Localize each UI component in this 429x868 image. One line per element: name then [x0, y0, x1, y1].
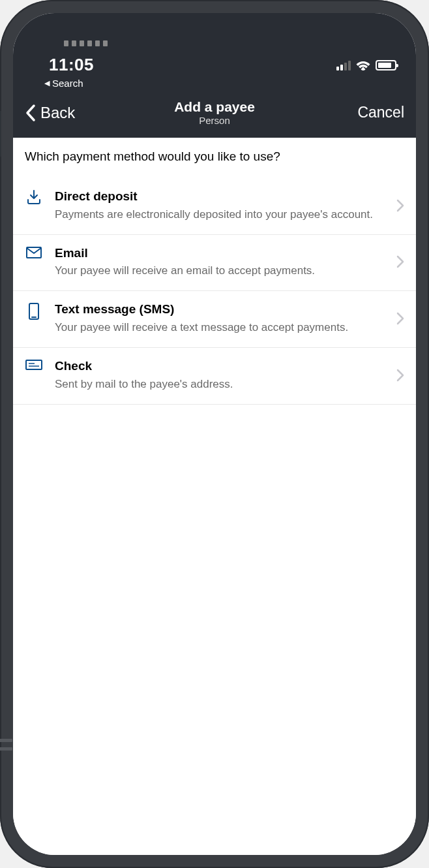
- option-email[interactable]: Email Your payee will receive an email t…: [13, 235, 416, 292]
- check-icon: [25, 358, 43, 370]
- breadcrumb-label: Search: [52, 78, 83, 89]
- breadcrumb-arrow-icon: ◀: [44, 79, 50, 87]
- frame-decoration: [0, 739, 12, 751]
- page-title: Add a payee: [96, 99, 333, 115]
- status-time: 11:05: [33, 55, 94, 75]
- back-label: Back: [40, 104, 75, 122]
- speaker-grille: [64, 40, 108, 46]
- option-description: Sent by mail to the payee's address.: [55, 377, 385, 392]
- option-text: Email Your payee will receive an email t…: [55, 245, 385, 279]
- option-description: Payments are electronically deposited in…: [55, 208, 385, 223]
- battery-icon: [376, 60, 396, 70]
- content: Which payment method would you like to u…: [13, 138, 416, 855]
- chevron-right-icon: [396, 312, 404, 325]
- option-text: Check Sent by mail to the payee's addres…: [55, 358, 385, 392]
- status-bar: 11:05: [13, 50, 416, 76]
- chevron-right-icon: [396, 369, 404, 382]
- prompt-text: Which payment method would you like to u…: [13, 149, 416, 178]
- option-title: Email: [55, 245, 385, 264]
- phone-icon: [25, 302, 43, 320]
- chevron-left-icon: [25, 104, 37, 122]
- svg-rect-3: [26, 360, 42, 369]
- status-bar-area: 11:05 ◀ Search: [13, 13, 416, 138]
- phone-bezel: 11:05 ◀ Search: [13, 13, 416, 855]
- option-text: Text message (SMS) Your payee will recei…: [55, 302, 385, 335]
- option-title: Check: [55, 358, 385, 377]
- option-check[interactable]: Check Sent by mail to the payee's addres…: [13, 348, 416, 405]
- back-button[interactable]: Back: [25, 104, 96, 122]
- screen: 11:05 ◀ Search: [13, 13, 416, 855]
- nav-bar: Back Add a payee Person Cancel: [13, 94, 416, 138]
- status-icons: [336, 60, 396, 70]
- chevron-right-icon: [396, 255, 404, 268]
- download-icon: [25, 189, 43, 204]
- phone-frame: 11:05 ◀ Search: [0, 0, 429, 868]
- option-title: Direct deposit: [55, 189, 385, 208]
- option-description: Your payee will receive an email to acce…: [55, 264, 385, 279]
- page-subtitle: Person: [96, 115, 333, 126]
- cellular-signal-icon: [336, 60, 351, 70]
- option-text: Direct deposit Payments are electronical…: [55, 189, 385, 223]
- chevron-right-icon: [396, 199, 404, 212]
- nav-title: Add a payee Person: [96, 99, 333, 126]
- option-description: Your payee will receive a text message t…: [55, 320, 385, 335]
- breadcrumb-search[interactable]: ◀ Search: [13, 76, 416, 94]
- option-title: Text message (SMS): [55, 302, 385, 320]
- cancel-button[interactable]: Cancel: [333, 104, 404, 121]
- option-text-message[interactable]: Text message (SMS) Your payee will recei…: [13, 291, 416, 348]
- side-button: [0, 111, 1, 157]
- option-direct-deposit[interactable]: Direct deposit Payments are electronical…: [13, 178, 416, 235]
- email-icon: [25, 245, 43, 258]
- wifi-icon: [356, 60, 370, 70]
